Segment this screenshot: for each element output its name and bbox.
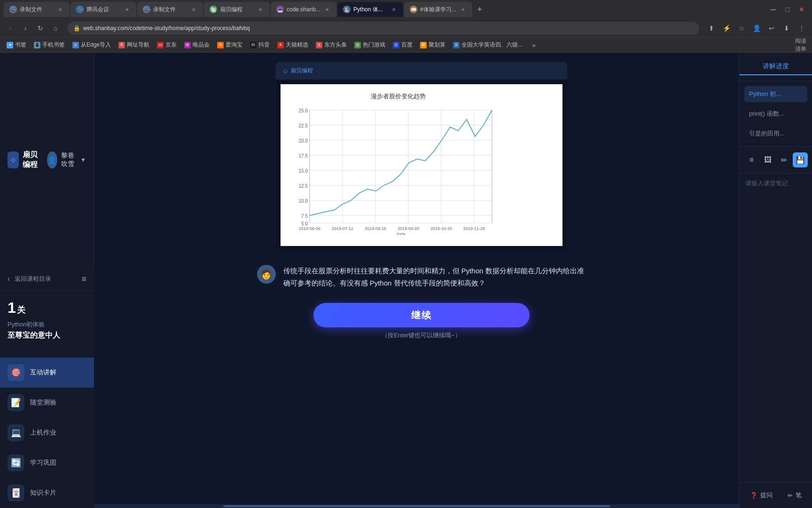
bookmark-toutiao[interactable]: 东 东方头条 xyxy=(313,40,350,50)
sidebar-item-review[interactable]: 🔄 学习巩固 xyxy=(0,448,94,478)
tab-close-1[interactable]: ✕ xyxy=(56,6,64,13)
tab-icon-5: 💻 xyxy=(276,6,284,13)
stock-chart: 漫步者股价变化趋势 25.0 22.5 20.0 17.5 15.0 12.5 … xyxy=(290,89,506,235)
bookmark-nav[interactable]: 导 网址导航 xyxy=(116,40,152,50)
more-bookmarks-button[interactable]: » xyxy=(527,39,540,52)
tab-recording-1[interactable]: 📹 录制文件 ✕ xyxy=(4,2,70,17)
progress-item-0[interactable]: Python 初... xyxy=(744,86,807,102)
refresh-button[interactable]: ↻ xyxy=(34,22,47,35)
maximize-button[interactable]: □ xyxy=(781,3,794,16)
bookmark-games[interactable]: 游 热门游戏 xyxy=(351,40,388,50)
lock-icon: 🔒 xyxy=(73,25,80,32)
star-button[interactable]: ⚡ xyxy=(720,22,733,35)
bookmark-import[interactable]: E 从Edge导入 xyxy=(70,40,114,50)
horizontal-scrollbar[interactable] xyxy=(94,504,739,508)
tab-close-4[interactable]: ✕ xyxy=(257,6,264,13)
back-to-course-button[interactable]: ‹ 返回课程目录 ≡ xyxy=(0,268,94,291)
home-button[interactable]: ⌂ xyxy=(49,22,62,35)
tab-course[interactable]: 📖 #体验课学习... ✕ xyxy=(404,2,472,17)
settings-button[interactable]: ⋮ xyxy=(795,22,808,35)
bookmark-douyin-icon: 抖 xyxy=(250,42,257,48)
tab-icon-2: 📹 xyxy=(76,6,84,13)
sidebar-item-homework[interactable]: 💻 上机作业 xyxy=(0,418,94,448)
lesson-info: 1 关 Python初体验 至尊宝的意中人 xyxy=(0,291,94,348)
scrollbar-thumb[interactable] xyxy=(223,505,610,507)
reading-list-button[interactable]: 阅读清单 xyxy=(795,39,808,52)
progress-tab[interactable]: 讲解进度 xyxy=(740,58,812,75)
sidebar-item-interactive[interactable]: 🎯 互动讲解 xyxy=(0,357,94,388)
bottom-action-bar: ❓ 提问 ✏ 笔 xyxy=(740,482,812,508)
edit-icon-btn[interactable]: ✏ xyxy=(776,152,791,167)
notes-placeholder: 请输入课堂笔记 xyxy=(745,180,788,187)
bookmark-juhua[interactable]: 聚 聚划算 xyxy=(417,40,448,50)
logo-text: 扇贝编程 xyxy=(23,150,43,170)
svg-text:20.0: 20.0 xyxy=(298,138,308,143)
tab-close-2[interactable]: ✕ xyxy=(123,6,131,13)
bookmark-icon: ★ xyxy=(7,42,13,48)
app-layout: ◇ 扇贝编程 👤 黎巷吹雪 ▼ ‹ 返回课程目录 ≡ 1 关 Python初体验… xyxy=(0,53,812,508)
sidebar-item-quiz[interactable]: 📝 随堂测验 xyxy=(0,388,94,418)
notes-area[interactable]: 请输入课堂笔记 xyxy=(740,174,812,482)
right-panel-header: 讲解进度 xyxy=(740,53,812,81)
app-logo-area: ◇ 扇贝编程 👤 黎巷吹雪 ▼ xyxy=(0,53,94,268)
bookmark-jd[interactable]: JD 京东 xyxy=(154,40,180,50)
tab-close-5[interactable]: ✕ xyxy=(323,6,331,13)
menu-icon-btn[interactable]: ≡ xyxy=(81,274,86,284)
chart-title: 漫步者股价变化趋势 xyxy=(370,93,425,100)
minimize-button[interactable]: ─ xyxy=(767,3,780,16)
bookmark-english[interactable]: 英 全国大学英语四、六级... xyxy=(450,40,525,50)
progress-item-1[interactable]: print() 函数... xyxy=(744,106,807,122)
svg-text:17.5: 17.5 xyxy=(298,153,308,159)
course-name: 至尊宝的意中人 xyxy=(8,331,86,341)
svg-text:2019-10-25: 2019-10-25 xyxy=(430,226,452,231)
sidebar-item-cards[interactable]: 🃏 知识卡片 xyxy=(0,478,94,508)
bookmark-juhua-icon: 聚 xyxy=(420,42,427,48)
tab-recording-2[interactable]: 📹 录制文件 ✕ xyxy=(137,2,203,17)
bookmark-taobao[interactable]: 淘 爱淘宝 xyxy=(214,40,245,50)
list-icon-btn[interactable]: ≡ xyxy=(744,152,759,167)
new-tab-button[interactable]: + xyxy=(473,3,486,16)
favorites-button[interactable]: ☆ xyxy=(735,22,748,35)
tab-close-7[interactable]: ✕ xyxy=(459,6,467,13)
tab-shanbay[interactable]: 🐚 扇贝编程 ✕ xyxy=(204,2,270,17)
bookmark-douyin[interactable]: 抖 抖音 xyxy=(247,40,273,50)
download-button[interactable]: ⬇ xyxy=(780,22,793,35)
progress-item-2[interactable]: 引是的田用... xyxy=(744,126,807,142)
homework-label: 上机作业 xyxy=(30,429,56,437)
tab-python[interactable]: 🐍 Python 体... ✕ xyxy=(337,2,403,17)
pen-button[interactable]: ✏ 笔 xyxy=(783,488,806,502)
slide-container: ◇ 扇贝编程 漫步者股价变化趋势 25.0 22.5 20.0 17.5 xyxy=(276,62,567,251)
tab-label-3: 录制文件 xyxy=(153,6,187,14)
save-icon-btn[interactable]: 💾 xyxy=(793,152,808,167)
history-button[interactable]: ↩ xyxy=(765,22,778,35)
bookmark-mobile-icon: 📱 xyxy=(34,42,40,48)
chart-container: 漫步者股价变化趋势 25.0 22.5 20.0 17.5 15.0 12.5 … xyxy=(281,84,562,246)
tab-tencent[interactable]: 📹 腾讯会议 ✕ xyxy=(70,2,136,17)
bookmark-vip[interactable]: 唯 唯品会 xyxy=(181,40,212,50)
question-button[interactable]: ❓ 提问 xyxy=(745,488,777,502)
tab-code[interactable]: 💻 code.shanb... ✕ xyxy=(271,2,336,17)
svg-text:2019-09-20: 2019-09-20 xyxy=(397,226,419,231)
continue-button[interactable]: 继续 xyxy=(313,303,530,327)
bookmark-item[interactable]: ★ 书签 xyxy=(4,40,29,50)
close-button[interactable]: ✕ xyxy=(795,3,808,16)
tab-icon-7: 📖 xyxy=(410,6,417,13)
cards-icon: 🃏 xyxy=(8,484,24,501)
tab-close-6[interactable]: ✕ xyxy=(390,6,398,13)
tab-close-3[interactable]: ✕ xyxy=(190,6,197,13)
extensions-button[interactable]: ⬆ xyxy=(705,22,718,35)
bookmark-tmall[interactable]: 天 天猫精选 xyxy=(274,40,311,50)
profile-button[interactable]: 👤 xyxy=(750,22,763,35)
bookmark-toutiao-icon: 东 xyxy=(316,42,322,48)
back-button[interactable]: ‹ xyxy=(4,22,17,35)
tab-label-5: code.shanb... xyxy=(287,6,320,13)
forward-button[interactable]: › xyxy=(19,22,32,35)
dropdown-icon[interactable]: ▼ xyxy=(80,157,86,163)
panel-icons: ≡ 🖼 ✏ 💾 xyxy=(740,146,812,174)
bookmark-baidu[interactable]: 百 百度 xyxy=(390,40,415,50)
address-bar[interactable]: 🔒 web.shanbay.com/codetime-study/home/ap… xyxy=(68,22,699,35)
bookmark-mobile[interactable]: 📱 手机书签 xyxy=(31,40,68,50)
interactive-icon: 🎯 xyxy=(8,364,24,381)
tab-icon-6: 🐍 xyxy=(343,6,351,13)
image-icon-btn[interactable]: 🖼 xyxy=(760,152,775,167)
